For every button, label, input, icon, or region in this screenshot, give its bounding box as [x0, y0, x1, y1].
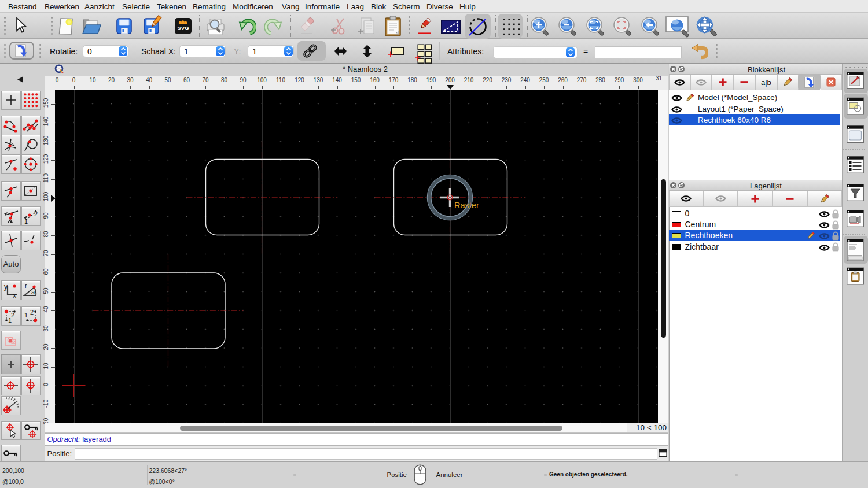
svg-text:2: 2: [30, 309, 34, 316]
svg-text:y: y: [4, 283, 8, 291]
svg-text:2: 2: [34, 210, 38, 217]
svg-text:SVG: SVG: [177, 25, 189, 31]
svg-text:r: r: [25, 282, 27, 289]
svg-text:a: a: [31, 289, 35, 295]
svg-text:x: x: [13, 291, 16, 298]
svg-text:1: 1: [24, 312, 28, 319]
svg-text:2: 2: [11, 312, 14, 319]
svg-text:1: 1: [24, 218, 28, 224]
svg-text:Raster: Raster: [454, 201, 479, 210]
